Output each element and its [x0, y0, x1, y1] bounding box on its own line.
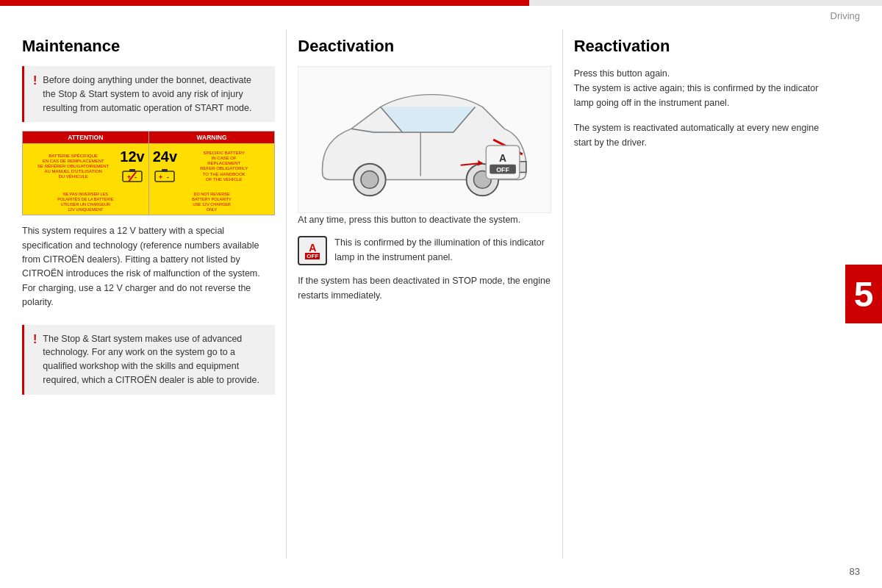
indicator-a-letter: A — [309, 243, 316, 253]
warning-text-2: The Stop & Start system makes use of adv… — [43, 332, 266, 387]
battery-body-right: 24v + - SPECIFIC BATTERYIN CASE OFREPLAC… — [149, 143, 275, 189]
header-label: Driving — [831, 10, 860, 21]
indicator-off-text: OFF — [305, 253, 320, 260]
maintenance-warning-1: ! Before doing anything under the bonnet… — [22, 66, 275, 122]
svg-rect-6 — [162, 169, 168, 172]
battery-header-attention: ATTENTION — [23, 132, 148, 143]
battery-voltage-left: 12v + - — [120, 148, 144, 184]
deactivation-title: Deactivation — [298, 37, 551, 56]
header-stripe — [0, 0, 882, 6]
reactivation-title: Reactivation — [574, 37, 827, 56]
warning-icon-1: ! — [33, 74, 37, 87]
reactivation-para-1: Press this button again. The system is a… — [574, 66, 827, 110]
svg-text:-: - — [167, 173, 169, 181]
warning-icon-2: ! — [33, 333, 37, 346]
svg-point-10 — [361, 171, 379, 189]
battery-subtext-right: SPECIFIC BATTERYIN CASE OFREPLACEMENTREF… — [177, 151, 270, 182]
voltage-24v: 24v — [153, 148, 177, 165]
car-svg: A OFF — [298, 67, 550, 212]
svg-rect-5 — [155, 171, 174, 182]
car-illustration: A OFF — [298, 66, 551, 213]
chapter-number: 5 — [845, 265, 882, 323]
maintenance-warning-2: ! The Stop & Start system makes use of a… — [22, 325, 275, 395]
deactivation-body-1: At any time, press this button to deacti… — [298, 213, 551, 227]
battery-header-warning: WARNING — [149, 132, 275, 143]
voltage-12v: 12v — [120, 148, 144, 165]
battery-panel-left: ATTENTION BATTERIE SPÉCIFIQUEEN CAS DE R… — [23, 132, 148, 215]
maintenance-body-text: This system requires a 12 V battery with… — [22, 224, 275, 309]
battery-panel-right: WARNING 24v + - SPECIFIC BATTERYIN CASE … — [149, 132, 275, 215]
battery-icon-right: + - — [154, 168, 176, 184]
battery-voltage-right: 24v + - — [153, 148, 177, 184]
svg-text:A: A — [499, 152, 506, 164]
main-content: Maintenance ! Before doing anything unde… — [22, 29, 838, 559]
indicator-description: This is confirmed by the illumination of… — [334, 236, 551, 265]
maintenance-title: Maintenance — [22, 37, 275, 56]
battery-footer-right: DO NOT REVERSEBATTERY POLARITYUSE 12V CH… — [149, 190, 275, 215]
svg-rect-1 — [129, 169, 135, 172]
svg-text:+: + — [159, 173, 162, 181]
battery-body-left: BATTERIE SPÉCIFIQUEEN CAS DE REMPLACEMEN… — [23, 143, 148, 189]
deactivation-column: Deactivation — [286, 29, 562, 559]
maintenance-column: Maintenance ! Before doing anything unde… — [22, 29, 286, 559]
warning-text-1: Before doing anything under the bonnet, … — [43, 74, 266, 115]
battery-footer-left: NE PAS INVERSER LESPOLARITÉS DE LA BATTE… — [23, 190, 148, 215]
reactivation-column: Reactivation Press this button again. Th… — [563, 29, 838, 559]
svg-text:OFF: OFF — [497, 166, 510, 173]
battery-warning-image: ATTENTION BATTERIE SPÉCIFIQUEEN CAS DE R… — [22, 131, 275, 215]
a-off-indicator-icon: A OFF — [298, 236, 327, 265]
deactivation-body-2: If the system has been deactivated in ST… — [298, 274, 551, 303]
battery-subtext-left: BATTERIE SPÉCIFIQUEEN CAS DE REMPLACEMEN… — [26, 154, 120, 180]
battery-icon-left: + - — [121, 168, 143, 184]
reactivation-para-2: The system is reactivated automatically … — [574, 121, 827, 150]
page-number: 83 — [850, 566, 860, 577]
deactivation-indicator: A OFF This is confirmed by the illuminat… — [298, 236, 551, 265]
